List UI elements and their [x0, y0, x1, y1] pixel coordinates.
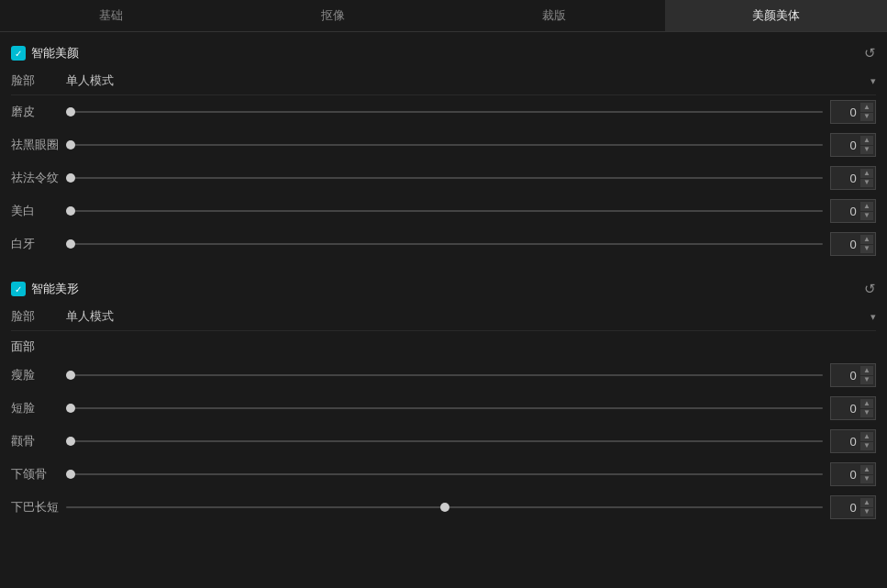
slider-shortface-spinner: ▲ ▼ — [860, 399, 873, 417]
slider-darkcircle-value: 0 — [849, 139, 856, 152]
slider-moskin-spinner: ▲ ▼ — [860, 103, 873, 121]
section-beauty-face: ✓ 智能美颜 ↺ 脸部 单人模式 ▾ 磨皮 0 ▲ ▼ 祛黑眼圈 — [0, 32, 887, 268]
slider-darkcircle-down[interactable]: ▼ — [860, 146, 873, 155]
slider-slimface-value: 0 — [849, 369, 856, 383]
slider-shortface-up[interactable]: ▲ — [860, 399, 873, 408]
slider-shortface-value: 0 — [849, 402, 856, 416]
section1-mode-row: 脸部 单人模式 ▾ — [11, 67, 876, 95]
slider-teeth-down[interactable]: ▼ — [860, 245, 873, 254]
slider-nasolabial-spinner: ▲ ▼ — [860, 169, 873, 187]
slider-cheekbone-down[interactable]: ▼ — [860, 442, 873, 451]
slider-whiten-track[interactable] — [66, 202, 823, 220]
slider-teeth-track[interactable] — [66, 235, 823, 253]
slider-slimface-spinner: ▲ ▼ — [860, 366, 873, 384]
slider-darkcircle-value-box: 0 ▲ ▼ — [830, 133, 876, 157]
slider-nasolabial-value-box: 0 ▲ ▼ — [830, 166, 876, 190]
slider-whiten-value: 0 — [849, 205, 856, 218]
slider-chin-length-track[interactable] — [66, 498, 823, 516]
slider-row-darkcircle: 祛黑眼圈 0 ▲ ▼ — [11, 128, 876, 161]
subsection-face-label: 面部 — [11, 331, 876, 359]
slider-teeth-up[interactable]: ▲ — [860, 235, 873, 244]
slider-slimface-thumb[interactable] — [66, 371, 75, 380]
slider-row-moskin: 磨皮 0 ▲ ▼ — [11, 95, 876, 128]
section1-face-mode-select[interactable]: 单人模式 ▾ — [66, 72, 876, 89]
section2-check-icon[interactable]: ✓ — [11, 282, 26, 296]
slider-nasolabial-down[interactable]: ▼ — [860, 179, 873, 188]
slider-jawbone-label: 下颌骨 — [11, 466, 66, 483]
slider-cheekbone-track[interactable] — [66, 432, 823, 450]
section1-check-icon[interactable]: ✓ — [11, 46, 26, 61]
slider-cheekbone-label: 颧骨 — [11, 433, 66, 449]
slider-darkcircle-up[interactable]: ▲ — [860, 136, 873, 145]
slider-jawbone-down[interactable]: ▼ — [860, 475, 873, 484]
slider-jawbone-track[interactable] — [66, 465, 823, 483]
section2-reset-icon[interactable]: ↺ — [864, 281, 876, 297]
slider-nasolabial-value: 0 — [849, 172, 856, 185]
section2-face-label: 脸部 — [11, 308, 66, 325]
slider-slimface-value-box: 0 ▲ ▼ — [830, 363, 876, 387]
slider-darkcircle-track[interactable] — [66, 136, 823, 154]
slider-teeth-spinner: ▲ ▼ — [860, 235, 873, 253]
slider-shortface-down[interactable]: ▼ — [860, 409, 873, 418]
slider-darkcircle-thumb[interactable] — [66, 140, 75, 150]
slider-cheekbone-thumb[interactable] — [66, 437, 75, 446]
section1-title-label: 智能美颜 — [31, 45, 79, 61]
slider-jawbone-thumb[interactable] — [66, 470, 75, 479]
slider-whiten-down[interactable]: ▼ — [860, 212, 873, 221]
slider-whiten-thumb[interactable] — [66, 206, 75, 216]
slider-shortface-thumb[interactable] — [66, 404, 75, 413]
section1-title: ✓ 智能美颜 — [11, 45, 79, 61]
section2-mode-row: 脸部 单人模式 ▾ — [11, 303, 876, 331]
slider-chin-length-thumb[interactable] — [440, 503, 449, 512]
slider-moskin-thumb[interactable] — [66, 107, 75, 116]
slider-nasolabial-up[interactable]: ▲ — [860, 169, 873, 178]
slider-cheekbone-value: 0 — [849, 435, 856, 449]
slider-cheekbone-up[interactable]: ▲ — [860, 432, 873, 441]
slider-shortface-label: 短脸 — [11, 400, 66, 416]
slider-whiten-up[interactable]: ▲ — [860, 202, 873, 211]
section2-title-label: 智能美形 — [31, 281, 79, 297]
tab-portrait[interactable]: 抠像 — [222, 0, 444, 31]
slider-row-chin-length: 下巴长短 0 ▲ ▼ — [11, 491, 876, 524]
slider-chin-length-down[interactable]: ▼ — [860, 508, 873, 517]
slider-shortface-value-box: 0 ▲ ▼ — [830, 396, 876, 420]
slider-row-slimface: 瘦脸 0 ▲ ▼ — [11, 359, 876, 392]
slider-row-teeth: 白牙 0 ▲ ▼ — [11, 227, 876, 261]
tab-basic[interactable]: 基础 — [0, 0, 222, 31]
section1-chevron-down-icon: ▾ — [870, 75, 876, 87]
section2-header: ✓ 智能美形 ↺ — [11, 275, 876, 303]
slider-row-jawbone: 下颌骨 0 ▲ ▼ — [11, 458, 876, 491]
slider-teeth-thumb[interactable] — [66, 239, 75, 249]
slider-jawbone-spinner: ▲ ▼ — [860, 465, 873, 483]
slider-chin-length-value: 0 — [849, 501, 856, 515]
slider-cheekbone-value-box: 0 ▲ ▼ — [830, 429, 876, 453]
slider-jawbone-value-box: 0 ▲ ▼ — [830, 462, 876, 486]
section2-chevron-down-icon: ▾ — [870, 311, 876, 323]
section1-reset-icon[interactable]: ↺ — [864, 45, 876, 61]
section1-face-mode-value: 单人模式 — [66, 72, 114, 89]
slider-nasolabial-track[interactable] — [66, 169, 823, 187]
slider-slimface-up[interactable]: ▲ — [860, 366, 873, 375]
slider-moskin-value-box: 0 ▲ ▼ — [830, 100, 876, 124]
slider-nasolabial-thumb[interactable] — [66, 173, 75, 183]
slider-moskin-up[interactable]: ▲ — [860, 103, 873, 112]
slider-slimface-track[interactable] — [66, 366, 823, 384]
section1-header: ✓ 智能美颜 ↺ — [11, 39, 876, 67]
slider-chin-length-up[interactable]: ▲ — [860, 498, 873, 507]
slider-row-nasolabial: 祛法令纹 0 ▲ ▼ — [11, 161, 876, 194]
slider-teeth-value: 0 — [849, 238, 856, 251]
tab-beauty[interactable]: 美颜美体 — [665, 0, 887, 31]
slider-slimface-down[interactable]: ▼ — [860, 376, 873, 385]
slider-cheekbone-spinner: ▲ ▼ — [860, 432, 873, 450]
section2-face-mode-select[interactable]: 单人模式 ▾ — [66, 308, 876, 325]
slider-jawbone-value: 0 — [849, 468, 856, 482]
slider-moskin-track[interactable] — [66, 103, 823, 121]
slider-row-cheekbone: 颧骨 0 ▲ ▼ — [11, 425, 876, 458]
slider-slimface-label: 瘦脸 — [11, 367, 66, 383]
slider-jawbone-up[interactable]: ▲ — [860, 465, 873, 474]
section2-face-mode-value: 单人模式 — [66, 308, 114, 325]
tab-layout[interactable]: 裁版 — [444, 0, 666, 31]
slider-shortface-track[interactable] — [66, 399, 823, 417]
slider-moskin-down[interactable]: ▼ — [860, 113, 873, 122]
slider-chin-length-spinner: ▲ ▼ — [860, 498, 873, 516]
